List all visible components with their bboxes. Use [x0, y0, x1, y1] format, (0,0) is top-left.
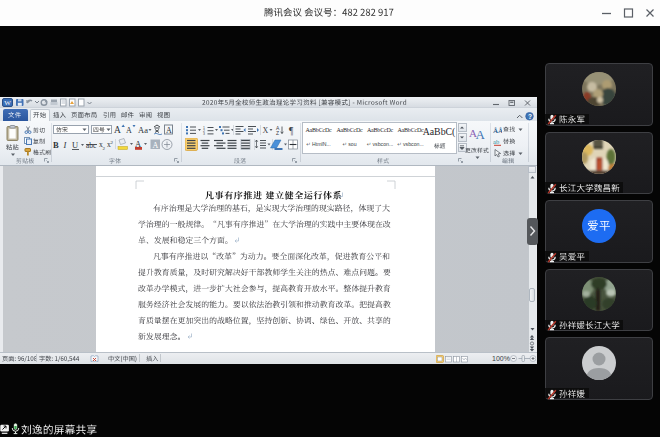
svg-text:I: I — [63, 140, 68, 150]
svg-text:U: U — [72, 140, 78, 150]
svg-text:Aa: Aa — [138, 125, 148, 135]
svg-text:3: 3 — [203, 132, 205, 136]
svg-text:A: A — [153, 141, 159, 150]
svg-text:W: W — [4, 99, 11, 107]
svg-text:B: B — [53, 140, 59, 150]
svg-text:2: 2 — [103, 146, 106, 151]
svg-text:A: A — [126, 126, 132, 135]
svg-text:?: ? — [528, 113, 532, 120]
svg-text:ab: ab — [493, 138, 499, 145]
svg-text:A: A — [114, 125, 121, 135]
svg-text:A: A — [166, 126, 172, 135]
svg-text:2: 2 — [111, 140, 114, 145]
svg-text:ÅÅ: ÅÅ — [493, 127, 502, 135]
svg-text:A: A — [476, 127, 486, 141]
svg-text:Z: Z — [276, 130, 279, 136]
svg-text:X: X — [263, 126, 269, 135]
svg-text:abc: abc — [86, 141, 97, 150]
